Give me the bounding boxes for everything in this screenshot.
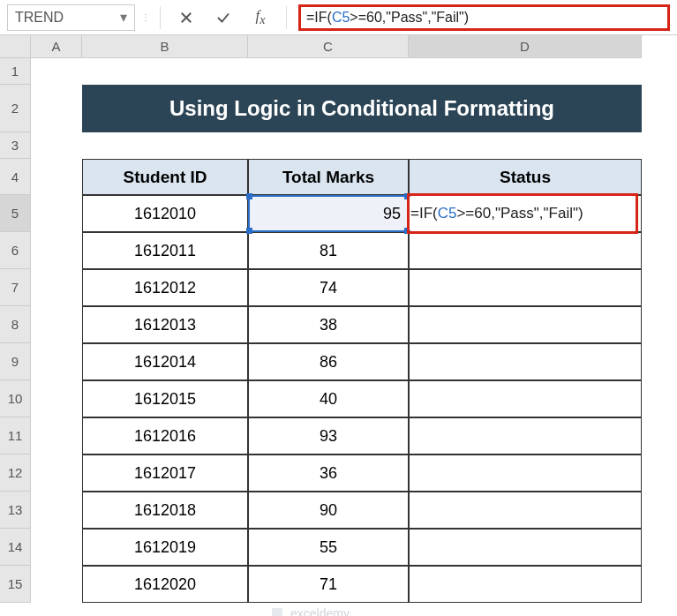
formula-ref: C5	[438, 205, 457, 222]
table-cell[interactable]: 71	[248, 566, 409, 603]
spreadsheet-grid: A B C D 1 2 3 4 5 6 7 8 9 10 11 12 13 14	[0, 35, 677, 616]
table-cell[interactable]: 38	[248, 306, 409, 343]
table-cell[interactable]	[409, 454, 642, 492]
chevron-down-icon[interactable]: ▾	[120, 9, 127, 26]
row-header[interactable]: 5	[0, 195, 30, 232]
row-header[interactable]: 4	[0, 159, 30, 195]
name-box-value: TREND	[15, 10, 64, 26]
table-cell[interactable]	[409, 306, 642, 343]
divider	[160, 6, 161, 29]
row-header[interactable]: 13	[0, 492, 30, 529]
table-cell[interactable]: 1612011	[82, 232, 248, 269]
row-header[interactable]: 9	[0, 343, 30, 380]
row-header[interactable]: 12	[0, 454, 30, 492]
table-cell[interactable]: 1612016	[82, 417, 248, 454]
col-header-status: Status	[409, 159, 642, 195]
column-header[interactable]: D	[409, 35, 642, 57]
table-cell[interactable]: 74	[248, 269, 409, 306]
row-header[interactable]: 14	[0, 529, 30, 566]
formula-ref: C5	[332, 10, 350, 26]
col-header-total-marks: Total Marks	[248, 159, 409, 195]
close-icon	[178, 10, 194, 26]
column-header[interactable]: B	[82, 35, 248, 57]
table-cell[interactable]	[409, 529, 642, 566]
column-header[interactable]: C	[248, 35, 409, 57]
table-cell[interactable]	[409, 343, 642, 380]
handle-dots-icon: ⋮	[139, 12, 153, 22]
watermark-text: exceldemy	[290, 606, 350, 616]
table-cell[interactable]: 55	[248, 529, 409, 566]
table-cell[interactable]: 1612014	[82, 343, 248, 380]
table-cell[interactable]: 1612010	[82, 195, 248, 232]
row-header[interactable]: 3	[0, 132, 30, 159]
cell-edit-overlay[interactable]: =IF(C5>=60,"Pass","Fail")	[409, 197, 634, 230]
table-cell[interactable]: 1612012	[82, 269, 248, 306]
table-cell[interactable]	[409, 380, 642, 417]
table-cell[interactable]: 1612018	[82, 492, 248, 529]
table-cell[interactable]: 90	[248, 492, 409, 529]
fx-icon: fx	[255, 7, 265, 27]
table-cell[interactable]	[409, 417, 642, 454]
svg-rect-0	[272, 608, 282, 616]
table-cell[interactable]: 95	[248, 195, 409, 232]
column-header[interactable]: A	[31, 35, 82, 57]
row-header[interactable]: 2	[0, 85, 30, 132]
name-box[interactable]: TREND ▾	[7, 4, 135, 31]
table-cell[interactable]	[409, 232, 642, 269]
watermark: exceldemy	[269, 605, 350, 616]
col-header-student-id: Student ID	[82, 159, 248, 195]
table-cell[interactable]: 1612019	[82, 529, 248, 566]
select-all-corner[interactable]	[0, 35, 31, 58]
row-header[interactable]: 1	[0, 58, 30, 85]
divider	[286, 6, 287, 29]
table-cell[interactable]: 1612020	[82, 566, 248, 603]
column-headers: A B C D	[31, 35, 642, 58]
formula-text: >=60,"Pass","Fail")	[350, 10, 469, 26]
row-header[interactable]: 7	[0, 269, 30, 306]
confirm-button[interactable]	[205, 1, 242, 34]
table-cell[interactable]	[409, 566, 642, 603]
formula-text: =IF(	[410, 205, 438, 222]
formula-text: >=60,"Pass","Fail")	[456, 205, 583, 222]
insert-function-button[interactable]: fx	[242, 1, 279, 34]
table-cell[interactable]: 40	[248, 380, 409, 417]
formula-input[interactable]: =IF(C5>=60,"Pass","Fail")	[298, 4, 670, 31]
table-cell[interactable]: 36	[248, 454, 409, 492]
row-header[interactable]: 15	[0, 566, 30, 603]
formula-text: =IF(	[306, 10, 332, 26]
table-cell[interactable]: 1612013	[82, 306, 248, 343]
table-cell[interactable]: 1612015	[82, 380, 248, 417]
table-cell[interactable]: 86	[248, 343, 409, 380]
cancel-button[interactable]	[168, 1, 205, 34]
row-header[interactable]: 8	[0, 306, 30, 343]
logo-icon	[269, 605, 285, 616]
formula-bar: TREND ▾ ⋮ fx =IF(C5>=60,"Pass","Fail")	[0, 0, 677, 35]
row-header[interactable]: 6	[0, 232, 30, 269]
table-cell[interactable]	[409, 269, 642, 306]
table-cell[interactable]	[409, 492, 642, 529]
row-header[interactable]: 11	[0, 417, 30, 454]
check-icon	[215, 10, 231, 26]
row-header[interactable]: 10	[0, 380, 30, 417]
table-cell[interactable]: 1612017	[82, 454, 248, 492]
row-headers: 1 2 3 4 5 6 7 8 9 10 11 12 13 14 15	[0, 58, 31, 603]
table-cell[interactable]: 81	[248, 232, 409, 269]
cells-area[interactable]: Using Logic in Conditional Formatting St…	[31, 58, 642, 603]
table-cell[interactable]: 93	[248, 417, 409, 454]
page-title: Using Logic in Conditional Formatting	[82, 85, 642, 132]
